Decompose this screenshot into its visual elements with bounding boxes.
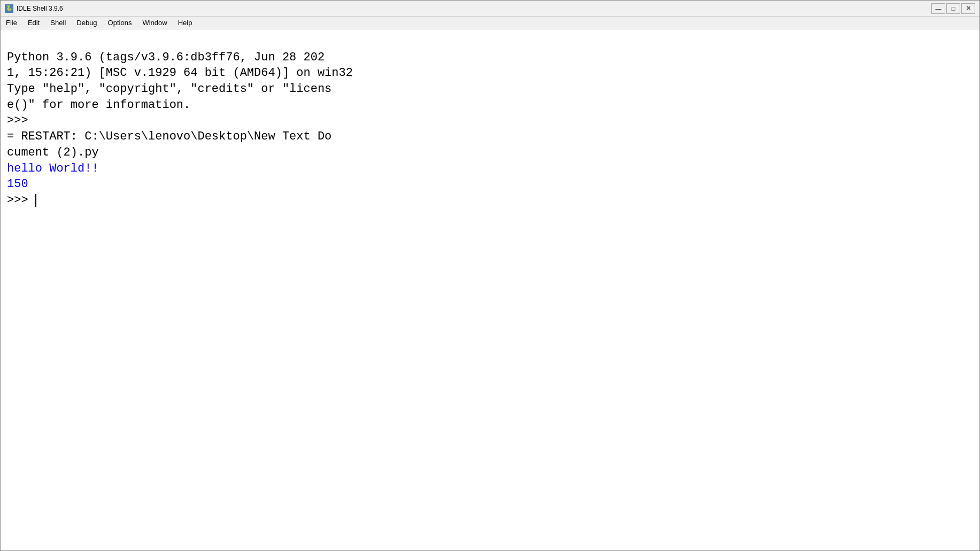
title-bar: 🐍 IDLE Shell 3.9.6 — □ ✕ <box>1 1 979 17</box>
python-version-line1: Python 3.9.6 (tags/v3.9.6:db3ff76, Jun 2… <box>7 51 325 64</box>
restart-line2: cument (2).py <box>7 146 99 159</box>
title-bar-left: 🐍 IDLE Shell 3.9.6 <box>5 4 63 13</box>
shell-content[interactable]: Python 3.9.6 (tags/v3.9.6:db3ff76, Jun 2… <box>1 29 979 550</box>
close-button[interactable]: ✕ <box>961 3 975 14</box>
window-title: IDLE Shell 3.9.6 <box>17 5 63 12</box>
prompt1: >>> <box>7 114 35 127</box>
menu-window[interactable]: Window <box>137 17 172 29</box>
menu-file[interactable]: File <box>1 17 22 29</box>
menu-shell[interactable]: Shell <box>45 17 71 29</box>
output-150: 150 <box>7 177 28 191</box>
restart-line1: = RESTART: C:\Users\lenovo\Desktop\New T… <box>7 130 331 143</box>
cursor <box>35 194 36 207</box>
menu-options[interactable]: Options <box>103 17 137 29</box>
maximize-button[interactable]: □ <box>946 3 960 14</box>
menu-debug[interactable]: Debug <box>71 17 102 29</box>
prompt2: >>> <box>7 193 35 207</box>
title-bar-controls: — □ ✕ <box>931 3 975 14</box>
python-type-hint-line2: e()" for more information. <box>7 98 190 112</box>
output-hello: hello World!! <box>7 162 99 175</box>
minimize-button[interactable]: — <box>931 3 945 14</box>
menu-edit[interactable]: Edit <box>22 17 45 29</box>
python-type-hint-line1: Type "help", "copyright", "credits" or "… <box>7 82 331 96</box>
python-version-line2: 1, 15:26:21) [MSC v.1929 64 bit (AMD64)]… <box>7 66 353 80</box>
menu-help[interactable]: Help <box>173 17 198 29</box>
app-icon: 🐍 <box>5 4 13 13</box>
menu-bar: File Edit Shell Debug Options Window Hel… <box>1 17 979 29</box>
idle-window: 🐍 IDLE Shell 3.9.6 — □ ✕ File Edit Shell… <box>0 0 980 551</box>
